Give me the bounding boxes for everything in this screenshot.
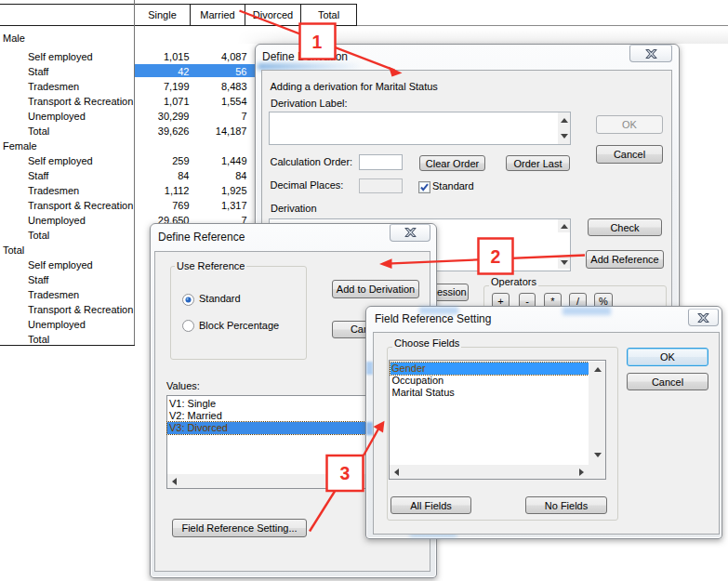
- svg-text:1: 1: [312, 32, 323, 52]
- svg-text:2: 2: [491, 246, 501, 267]
- svg-text:3: 3: [340, 463, 351, 483]
